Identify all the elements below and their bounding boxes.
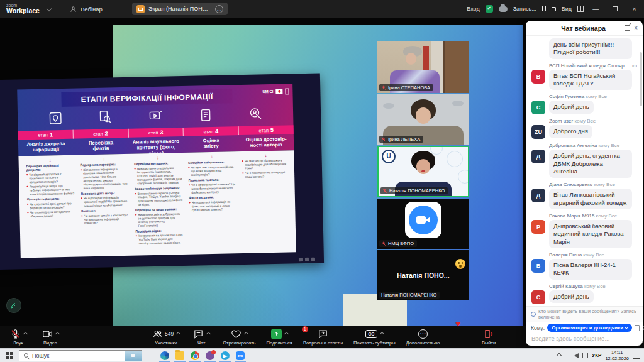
chevron-down-icon[interactable]: [47, 6, 52, 11]
bullet-text: Виявлення змін у зображеннях за допомого…: [138, 212, 183, 228]
chat-sender-line: Zoom user кому Все: [549, 118, 637, 124]
chevron-up-icon[interactable]: [284, 331, 289, 336]
chat-bubble: Вітає ВСП Ногайський коледж ТДАТУ: [549, 70, 632, 90]
chat-bubble: день всім присутнім!!! Плідної роботи!!!: [549, 38, 632, 59]
speaker-icon[interactable]: [574, 353, 579, 358]
toolbar-audio-icon: [10, 329, 21, 339]
telegram-icon[interactable]: [218, 349, 233, 362]
titlebar-right: Вход ✓ Запись... Вид: [467, 0, 584, 18]
close-button[interactable]: ×: [625, 0, 644, 18]
window-controls: — ×: [586, 0, 644, 18]
toolbar-more-button[interactable]: ···Дополнительно: [406, 329, 440, 346]
more-icon: ···: [418, 329, 428, 339]
close-chat-icon[interactable]: ×: [634, 25, 638, 31]
chat-scrollbar[interactable]: [640, 52, 642, 106]
toolbar-audio-button[interactable]: Звук: [8, 329, 29, 346]
chat-message: Софія Гуменна кому ВсеСДобрий день: [531, 94, 637, 114]
maximize-button[interactable]: [606, 0, 625, 18]
view-button-label[interactable]: Вид: [562, 6, 572, 12]
chat-bubble: Дніпровський базовий медичний коледж Рак…: [549, 220, 632, 248]
bullet-dot: [242, 172, 243, 173]
chat-input[interactable]: Введите здесь сообщение...: [526, 333, 643, 346]
video-tile-self[interactable]: Наталія ПОНО... Наталія ПОНОМАРЕНКО: [377, 250, 469, 300]
participant-label: НМЦ ВФПО: [379, 240, 417, 247]
screen-share-indicator[interactable]: Экран (Наталія ПОНОМАРЕНКО …: [132, 3, 228, 15]
toolbar-chat-button[interactable]: Чат: [191, 329, 212, 346]
search-input[interactable]: Пошук: [19, 350, 142, 361]
stop-recording-button[interactable]: [552, 7, 556, 11]
visual-content-icon: [147, 108, 164, 125]
tab-webinar[interactable]: Вебінар: [70, 6, 103, 13]
annotate-button[interactable]: [6, 298, 21, 313]
share-screen-icon: [271, 329, 282, 339]
toolbar-button-label: Дополнительно: [406, 340, 440, 346]
zoom-icon[interactable]: zm: [233, 349, 248, 362]
chevron-up-icon[interactable]: [244, 331, 248, 336]
stage-icons-row: [18, 105, 293, 127]
video-tile-stepanova[interactable]: Ірина СТЕПАНОВА: [377, 41, 469, 93]
login-button[interactable]: Вход: [467, 6, 479, 12]
chat-sender-line: Сергій Кашука кому Все: [549, 283, 637, 289]
sender-name: Ракова Марія М915: [549, 213, 596, 219]
bullet-text: Чи подається інформація як факт, але нас…: [192, 200, 237, 212]
action-center-icon[interactable]: [633, 353, 640, 359]
tray-icon-1[interactable]: [565, 353, 570, 358]
sender-name: Zoom user: [549, 118, 574, 124]
toolbar-button-label: Отреагировать: [223, 340, 255, 346]
ribbon-stage: етап4: [184, 126, 239, 136]
japan-flag-icon: [275, 89, 282, 94]
toolbar-react-button[interactable]: Отреагировать: [223, 329, 255, 346]
stage-tag: етап: [93, 131, 103, 136]
chevron-up-icon[interactable]: [206, 331, 211, 336]
chevron-up-icon[interactable]: [55, 331, 59, 336]
toolbar-qa-button[interactable]: Вопросы и ответы1: [303, 329, 343, 346]
share-more-icon[interactable]: …: [215, 5, 223, 13]
pause-recording-button[interactable]: [542, 6, 546, 11]
toolbar-share-button[interactable]: Поделиться: [267, 329, 292, 346]
self-name-centered: Наталія ПОНО...: [377, 272, 469, 279]
ribbon-stage: етап3: [128, 128, 184, 138]
avatar: В: [531, 259, 545, 273]
video-tile-lepekha[interactable]: Ірина ЛЕПЕХА: [377, 94, 469, 145]
participants-count: 549: [165, 331, 174, 337]
sender-to: кому Все: [574, 118, 596, 124]
task-view-button[interactable]: [142, 353, 157, 358]
view-grid-icon[interactable]: [577, 6, 584, 12]
down-arrow-icon: ↓: [80, 156, 128, 162]
minimize-button[interactable]: —: [586, 0, 606, 18]
security-shield-icon[interactable]: ✓: [486, 5, 493, 13]
show-hidden-icons[interactable]: [557, 353, 562, 358]
viber-icon[interactable]: [203, 349, 218, 362]
clock[interactable]: 14:11 12.02.2026: [605, 349, 629, 361]
chevron-up-icon[interactable]: [176, 331, 180, 336]
popout-icon[interactable]: [625, 25, 630, 31]
chat-title: Чат вебинара: [546, 25, 621, 32]
column-bullet: Чи подається інформація як факт, але нас…: [189, 200, 236, 212]
chevron-up-icon[interactable]: [380, 331, 384, 336]
bullet-text: Яка репутація медіа, що публікує інформа…: [30, 184, 75, 196]
column-heading: Контекст:: [81, 209, 129, 214]
bullet-text: Використання сервісів (Google Images, Ti…: [138, 191, 183, 207]
toolbar-participants-button[interactable]: 549Участники: [152, 329, 180, 346]
chrome-icon[interactable]: [187, 349, 203, 362]
avatar: Д: [531, 189, 545, 202]
explorer-icon[interactable]: [172, 349, 187, 362]
language-indicator[interactable]: УКР: [592, 353, 601, 358]
slide-header: ЕТАПИ ВЕРИФІКАЦІЇ ІНФОРМАЦІЇ UM CI етап1…: [17, 84, 294, 156]
search-highlight-image[interactable]: [125, 351, 142, 361]
attach-file-icon[interactable]: [635, 325, 640, 331]
toolbar-cc-button[interactable]: CCПоказать субтитры: [353, 329, 395, 346]
stage-number: 2: [105, 130, 108, 136]
edge-icon[interactable]: [157, 349, 172, 362]
video-tile-nmc[interactable]: НМЦ ВФПО: [377, 199, 469, 249]
chat-message-row: ВВітає ВСП Ногайський коледж ТДАТУ: [531, 70, 637, 90]
start-button[interactable]: [0, 349, 19, 362]
leave-button[interactable]: Выйти: [478, 329, 499, 346]
tray-icon-2[interactable]: [582, 353, 588, 358]
chevron-up-icon[interactable]: [23, 331, 27, 336]
audience-selector[interactable]: Организаторы и докладчики: [547, 324, 632, 332]
toolbar-video-button[interactable]: Видео: [40, 329, 61, 346]
chat-bubble: Добрий день, студентка ДБМК Добролежа Ан…: [549, 150, 632, 178]
video-tile-ponomarenko[interactable]: U Наталія ПОНОМАРЕНКО: [377, 146, 469, 197]
slide-title: ЕТАПИ ВЕРИФІКАЦІЇ ІНФОРМАЦІЇ: [61, 89, 232, 107]
